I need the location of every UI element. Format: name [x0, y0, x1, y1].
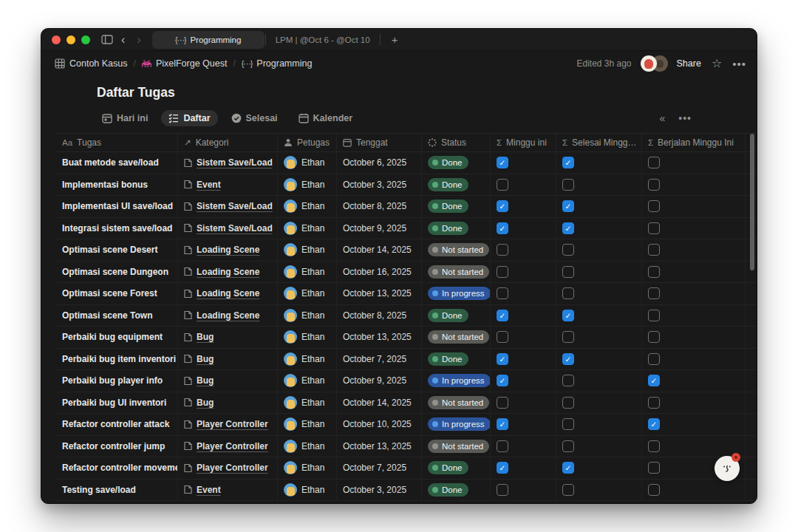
task-cell[interactable]: Optimasi scene Town [56, 305, 178, 327]
berjalan-minggu-checkbox[interactable] [648, 331, 660, 343]
selesai-minggu-cell[interactable] [556, 370, 642, 392]
column-header-berjalan-minggu-ini[interactable]: Σ Berjalan Minggu Ini [642, 134, 746, 151]
category-cell[interactable]: Loading Scene [178, 262, 278, 283]
category-link[interactable]: Loading Scene [184, 310, 259, 321]
selesai-minggu-checkbox[interactable]: ✓ [562, 157, 574, 168]
browser-tab-active[interactable]: {⋯} Programming [152, 31, 265, 49]
berjalan-minggu-checkbox[interactable] [648, 244, 660, 256]
category-cell[interactable]: Bug [178, 349, 278, 370]
minggu-ini-cell[interactable]: ✓ [491, 370, 556, 392]
category-link[interactable]: Bug [184, 375, 214, 386]
category-link[interactable]: Sistem Save/Load [184, 201, 273, 211]
minggu-ini-checkbox[interactable] [497, 440, 508, 452]
status-cell[interactable]: Not started [422, 262, 491, 283]
due-date-cell[interactable]: October 3, 2025 [337, 480, 422, 501]
status-pill[interactable]: Not started [428, 440, 489, 453]
category-link[interactable]: Player Controller [184, 419, 268, 429]
minggu-ini-cell[interactable]: ✓ [491, 152, 556, 174]
status-pill[interactable]: Done [428, 222, 468, 235]
status-pill[interactable]: Done [428, 309, 468, 322]
selesai-minggu-checkbox[interactable] [562, 331, 574, 343]
assignee-cell[interactable]: Ethan [278, 457, 337, 479]
assignee-cell[interactable]: Ethan [278, 480, 337, 501]
vertical-scrollbar-thumb[interactable] [750, 134, 754, 270]
berjalan-minggu-checkbox[interactable] [648, 200, 660, 212]
minggu-ini-cell[interactable]: ✓ [491, 414, 556, 435]
page-title[interactable]: Daftar Tugas [97, 85, 757, 100]
back-button[interactable]: ‹ [117, 34, 129, 46]
task-cell[interactable]: Implementasi UI save/load [56, 196, 178, 217]
close-window-button[interactable] [52, 35, 61, 44]
category-cell[interactable]: Bug [178, 327, 278, 348]
column-header-tenggat[interactable]: Tenggat [337, 134, 422, 151]
assignee-cell[interactable]: Ethan [278, 152, 337, 174]
task-cell[interactable]: Buat metode save/load [56, 152, 178, 174]
new-tab-button[interactable]: + [387, 33, 403, 46]
minggu-ini-cell[interactable]: ✓ [491, 349, 556, 370]
due-date-cell[interactable]: October 13, 2025 [337, 436, 422, 457]
category-cell[interactable]: Event [178, 480, 278, 501]
berjalan-minggu-checkbox[interactable]: ✓ [648, 418, 660, 430]
due-date-cell[interactable]: October 14, 2025 [337, 392, 422, 414]
task-cell[interactable]: Implementasi bonus [56, 174, 178, 196]
browser-tab-inactive[interactable]: LPM | @Oct 6 - @Oct 10 [267, 31, 379, 49]
status-pill[interactable]: Not started [428, 265, 489, 279]
status-cell[interactable]: Done [422, 457, 491, 479]
status-pill[interactable]: Done [428, 156, 468, 169]
category-cell[interactable]: Bug [178, 370, 278, 392]
minggu-ini-checkbox[interactable]: ✓ [497, 353, 508, 365]
category-link[interactable]: Bug [184, 354, 214, 364]
berjalan-minggu-cell[interactable]: ✓ [642, 370, 746, 392]
selesai-minggu-checkbox[interactable] [562, 266, 574, 278]
selesai-minggu-checkbox[interactable] [562, 418, 574, 430]
selesai-minggu-cell[interactable] [556, 392, 642, 414]
share-button[interactable]: Share [677, 58, 701, 69]
minggu-ini-cell[interactable] [491, 262, 556, 283]
zoom-window-button[interactable] [81, 35, 90, 44]
task-cell[interactable]: Perbaiki bug player info [56, 370, 178, 392]
minggu-ini-cell[interactable] [491, 480, 556, 501]
status-cell[interactable]: Done [422, 174, 491, 196]
minggu-ini-checkbox[interactable] [497, 397, 508, 409]
page-more-button[interactable]: ••• [732, 58, 746, 69]
favorite-star-icon[interactable]: ☆ [712, 58, 722, 69]
category-link[interactable]: Sistem Save/Load [184, 223, 273, 233]
due-date-cell[interactable]: October 8, 2025 [337, 305, 422, 327]
berjalan-minggu-cell[interactable] [642, 174, 746, 196]
assignee-cell[interactable]: Ethan [278, 349, 337, 370]
berjalan-minggu-cell[interactable] [642, 436, 746, 457]
task-cell[interactable]: Refactor controller movement [56, 457, 178, 479]
minggu-ini-cell[interactable] [491, 436, 556, 457]
status-pill[interactable]: Not started [428, 330, 489, 344]
due-date-cell[interactable]: October 7, 2025 [337, 457, 422, 479]
minggu-ini-checkbox[interactable] [497, 266, 508, 278]
category-cell[interactable]: Sistem Save/Load [178, 152, 278, 174]
minggu-ini-checkbox[interactable]: ✓ [497, 418, 508, 430]
berjalan-minggu-cell[interactable] [642, 262, 746, 283]
assignee-cell[interactable]: Ethan [278, 262, 337, 283]
selesai-minggu-checkbox[interactable] [562, 287, 574, 299]
berjalan-minggu-cell[interactable] [642, 327, 746, 348]
breadcrumb-item-contoh-kasus[interactable]: Contoh Kasus [52, 57, 131, 70]
selesai-minggu-cell[interactable] [556, 327, 642, 348]
status-pill[interactable]: Done [428, 178, 468, 191]
column-header-petugas[interactable]: Petugas [278, 134, 337, 151]
selesai-minggu-checkbox[interactable]: ✓ [562, 200, 574, 212]
category-link[interactable]: Player Controller [184, 463, 268, 473]
category-cell[interactable]: Sistem Save/Load [178, 218, 278, 239]
task-cell[interactable]: Integrasi sistem save/load [56, 218, 178, 239]
berjalan-minggu-checkbox[interactable] [648, 179, 660, 191]
breadcrumb-item-programming[interactable]: {⋯} Programming [239, 57, 316, 70]
selesai-minggu-cell[interactable]: ✓ [556, 349, 642, 370]
assignee-cell[interactable]: Ethan [278, 174, 337, 196]
selesai-minggu-checkbox[interactable] [562, 484, 574, 496]
column-header-selesai-minggu[interactable]: Σ Selesai Mingg… [556, 134, 642, 151]
minggu-ini-cell[interactable] [491, 174, 556, 196]
category-link[interactable]: Sistem Save/Load [184, 157, 273, 168]
berjalan-minggu-checkbox[interactable] [648, 310, 660, 321]
task-cell[interactable]: Perbaiki bug item inventori [56, 349, 178, 370]
due-date-cell[interactable]: October 13, 2025 [337, 283, 422, 304]
minggu-ini-cell[interactable]: ✓ [491, 305, 556, 327]
selesai-minggu-checkbox[interactable] [562, 375, 574, 386]
selesai-minggu-cell[interactable]: ✓ [556, 218, 642, 239]
